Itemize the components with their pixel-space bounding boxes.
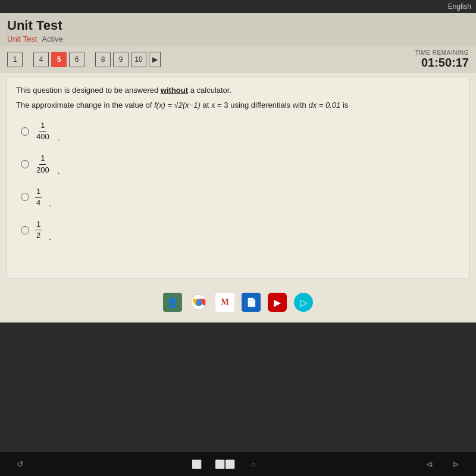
desktop-area: ↺ ⬜ ⬜⬜ ○ ⊲ ⊳ [0, 322, 476, 476]
split-button[interactable]: ⬜⬜ [217, 456, 233, 472]
question-content: This question is designed to be answered… [6, 77, 470, 279]
files-icon[interactable]: 📄 [242, 293, 261, 312]
taskbar: 👤 M 📄 ▶ ▷ [0, 289, 476, 315]
function-expression: f(x) = √2(x−1) [154, 101, 203, 109]
dx-expression: dx = 0.01 [308, 101, 342, 109]
question-text: The approximate change in the value of f… [16, 101, 460, 109]
question-btn-8[interactable]: 8 [95, 52, 111, 67]
instruction-bold: without [161, 86, 188, 95]
system-right-buttons: ⊲ ⊳ [421, 456, 464, 472]
question-btn-9[interactable]: 9 [113, 52, 129, 67]
question-btn-5[interactable]: 5 [51, 52, 67, 67]
header: Unit Test Unit Test Active [0, 13, 476, 46]
question-btn-4[interactable]: 4 [33, 52, 49, 67]
breadcrumb-link[interactable]: Unit Test [7, 35, 37, 43]
fraction-a: 1 400 [35, 120, 51, 142]
play-store-icon[interactable]: ▷ [294, 293, 313, 312]
question-btn-6[interactable]: 6 [69, 52, 84, 67]
fraction-d: 1 2 [35, 219, 42, 241]
language-label: English [448, 2, 471, 11]
radio-b[interactable] [21, 160, 29, 168]
question-navigation: 1 4 5 6 8 9 10 ▶ TIME REMAINING 01:50:17 [0, 46, 476, 73]
timer-value: 01:50:17 [415, 56, 469, 70]
overview-button[interactable]: ⬜ [188, 456, 205, 472]
fraction-b: 1 200 [35, 153, 51, 175]
option-a[interactable]: 1 400 . [21, 120, 460, 142]
fraction-c: 1 4 [35, 186, 42, 208]
question-btn-10[interactable]: 10 [131, 52, 146, 67]
breadcrumb: Unit Test Active [7, 35, 469, 43]
back-button[interactable]: ↺ [12, 456, 29, 472]
page-title: Unit Test [7, 18, 469, 33]
radio-d[interactable] [21, 226, 29, 234]
option-c[interactable]: 1 4 . [21, 186, 460, 208]
radio-a[interactable] [21, 127, 29, 136]
youtube-icon[interactable]: ▶ [268, 293, 287, 312]
system-bar: ↺ ⬜ ⬜⬜ ○ ⊲ ⊳ [0, 452, 476, 476]
option-d[interactable]: 1 2 . [21, 219, 460, 241]
gmail-icon[interactable]: M [215, 293, 234, 312]
person-icon[interactable]: 👤 [163, 293, 182, 312]
screen-area: Unit Test Unit Test Active 1 4 5 6 8 9 1… [0, 13, 476, 322]
top-bar: English [0, 0, 476, 13]
option-b[interactable]: 1 200 . [21, 153, 460, 175]
svg-point-2 [196, 299, 202, 305]
timer-section: TIME REMAINING 01:50:17 [415, 49, 469, 70]
volume-down-button[interactable]: ⊲ [421, 456, 438, 472]
question-instruction: This question is designed to be answered… [16, 86, 460, 95]
volume-up-button[interactable]: ⊳ [447, 456, 464, 472]
breadcrumb-active: Active [42, 35, 62, 43]
timer-label: TIME REMAINING [415, 49, 469, 56]
system-center-buttons: ⬜ ⬜⬜ ○ [188, 456, 262, 472]
home-button[interactable]: ○ [245, 456, 262, 472]
next-question-button[interactable]: ▶ [149, 52, 161, 67]
answer-options: 1 400 . 1 200 . 1 4 [16, 120, 460, 242]
question-btn-1[interactable]: 1 [7, 52, 23, 67]
question-nav-left: 1 4 5 6 8 9 10 ▶ [7, 52, 161, 67]
radio-c[interactable] [21, 193, 29, 201]
chrome-icon[interactable] [189, 293, 208, 312]
